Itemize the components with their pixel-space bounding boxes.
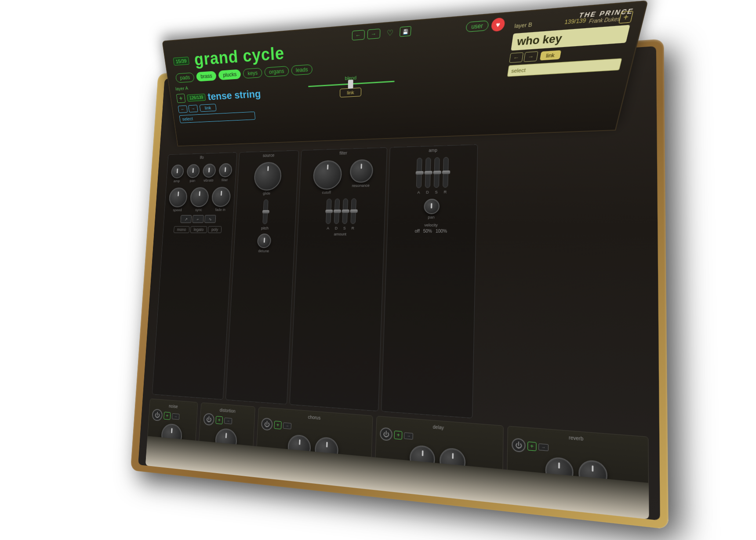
filter-d-label: D (335, 226, 338, 230)
reverb-arrow-btn[interactable]: → (538, 443, 549, 451)
blend-link-btn[interactable]: link (340, 88, 361, 98)
layer-a-select[interactable]: select (179, 112, 255, 123)
lfo-pan-control: pan (185, 164, 201, 183)
cutoff-control: cutoff (312, 160, 342, 195)
filter-adsr: A D S R (301, 198, 382, 230)
layer-b-add-btn[interactable]: + (618, 11, 633, 23)
filter-s-slider[interactable] (342, 198, 348, 224)
amp-s-slider[interactable] (434, 157, 440, 188)
noise-add-btn[interactable]: + (164, 412, 171, 420)
glide-control: glide (240, 161, 295, 196)
pitch-slider[interactable] (263, 200, 269, 224)
amp-s-label: S (435, 190, 437, 194)
layer-a-counter: 126/139 (187, 94, 206, 102)
glide-label: glide (263, 191, 270, 196)
distortion-add-btn[interactable]: + (215, 416, 223, 424)
tag-pads[interactable]: pads (175, 73, 195, 83)
lfo-vibrato-label: vibrato (204, 178, 214, 182)
tag-brass[interactable]: brass (196, 71, 217, 81)
filter-r-slider[interactable] (350, 198, 356, 224)
distortion-arrow-btn[interactable]: → (224, 418, 232, 424)
synth-instrument: ← → ♡ 💾 user ♥ THE PRINCE Frank Dukes 15… (131, 39, 669, 529)
filter-d-slider[interactable] (334, 199, 340, 224)
cutoff-knob[interactable] (313, 160, 342, 190)
lfo-pan-knob[interactable] (186, 164, 200, 178)
delay-power-btn[interactable]: ⏻ (380, 427, 393, 441)
chorus-power-btn[interactable]: ⏻ (261, 417, 273, 431)
lfo-wave-square-btn[interactable]: ⌐ (193, 215, 204, 223)
lfo-filter-control: filter (217, 163, 233, 182)
noise-power-btn[interactable]: ⏻ (152, 409, 163, 421)
filter-content: cutoff resonance A (301, 159, 383, 236)
poly-btn[interactable]: poly (208, 226, 222, 233)
tag-leads[interactable]: leads (291, 64, 313, 76)
filter-knobs: cutoff resonance (303, 159, 383, 195)
amp-pan-knob[interactable] (424, 199, 440, 214)
amp-d-slider[interactable] (425, 157, 431, 188)
layer-a-next-btn[interactable]: → (188, 105, 198, 112)
delay-add-btn[interactable]: + (394, 431, 403, 440)
lfo-wave-sine-btn[interactable]: ∿ (204, 215, 216, 223)
lfo-filter-label: filter (222, 178, 228, 182)
pitch-label: pitch (261, 226, 269, 230)
velocity-section: velocity off 50% 100% (391, 223, 472, 234)
lfo-amp-knob[interactable] (171, 164, 184, 179)
reverb-power-btn[interactable]: ⏻ (512, 438, 526, 453)
pitch-control: pitch (238, 199, 293, 230)
noise-arrow-btn[interactable]: → (172, 413, 180, 420)
filter-amount-label: amount (301, 232, 381, 237)
velocity-off: off (414, 229, 419, 234)
amp-pan-label: pan (428, 215, 434, 219)
main-body: ← → ♡ 💾 user ♥ THE PRINCE Frank Dukes 15… (138, 46, 660, 521)
resonance-label: resonance (352, 183, 370, 188)
filter-a-slider[interactable] (326, 199, 332, 224)
layer-a-add-btn[interactable]: + (176, 94, 185, 103)
layer-a-link-btn[interactable]: link (200, 104, 216, 112)
distortion-power-btn[interactable]: ⏻ (203, 413, 214, 426)
layer-b-prev-btn[interactable]: ← (509, 52, 523, 63)
amp-a-slider[interactable] (416, 158, 422, 188)
lfo-speed-knob[interactable] (169, 187, 188, 207)
amp-r-slider[interactable] (443, 157, 449, 188)
source-label: source (240, 152, 298, 158)
filter-label: filter (302, 150, 387, 157)
layer-b-next-btn[interactable]: → (523, 51, 538, 62)
filter-a-label: A (327, 226, 329, 230)
layer-b-section: layer B 139/139 + who key ← → link selec… (507, 11, 634, 77)
detune-knob[interactable] (257, 234, 272, 248)
reverb-add-btn[interactable]: + (527, 441, 537, 451)
layer-b-label: layer B (514, 22, 532, 29)
layer-a-name: tense string (207, 88, 261, 102)
tag-plucks[interactable]: plucks (218, 69, 241, 80)
delay-arrow-btn[interactable]: → (404, 432, 413, 440)
lfo-wave-ramp-btn[interactable]: ↗ (180, 215, 192, 223)
layer-a-prev-btn[interactable]: ← (178, 106, 188, 113)
amp-a-control: A (416, 158, 422, 195)
legato-btn[interactable]: legato (190, 226, 207, 233)
velocity-label: velocity (391, 223, 472, 227)
chorus-arrow-btn[interactable]: → (283, 423, 291, 430)
amp-adsr: A D S R (392, 156, 473, 195)
tag-keys[interactable]: keys (243, 68, 262, 79)
amp-d-label: D (426, 190, 429, 194)
mono-btn[interactable]: mono (174, 226, 189, 233)
glide-knob[interactable] (253, 162, 282, 191)
layer-a-select-label: select (182, 116, 193, 121)
chorus-add-btn[interactable]: + (274, 421, 282, 429)
velocity-values: off 50% 100% (391, 229, 472, 234)
lfo-sync-knob[interactable] (190, 187, 209, 207)
lfo-filter-knob[interactable] (218, 163, 232, 177)
resonance-knob[interactable] (349, 159, 373, 183)
lfo-fadein-knob[interactable] (211, 186, 231, 207)
lfo-vibrato-knob[interactable] (202, 164, 216, 178)
source-section: source glide pitch (225, 150, 299, 405)
blend-thumb[interactable] (348, 80, 353, 89)
detune-label: detune (258, 249, 269, 253)
preset-name: grand cycle (193, 44, 284, 69)
filter-s-control: S (342, 198, 348, 230)
lfo-sync-label: sync (195, 208, 202, 212)
tag-organs[interactable]: organs (264, 66, 289, 77)
lfo-section: lfo amp pan vibra (152, 152, 237, 400)
mode-row: mono legato poly (166, 226, 229, 233)
layer-b-link-btn[interactable]: link (540, 50, 561, 60)
